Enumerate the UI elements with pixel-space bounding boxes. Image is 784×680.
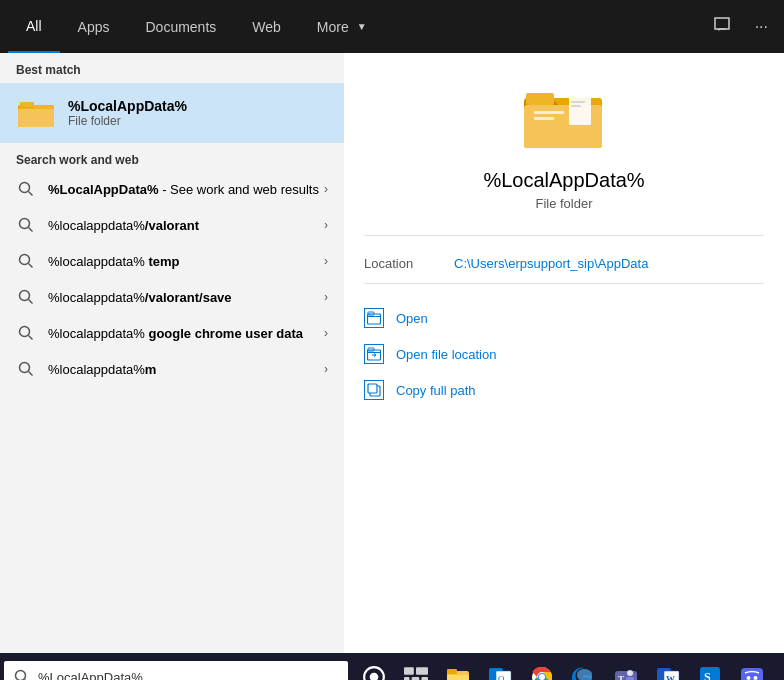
search-result-item[interactable]: %localappdata%m › <box>0 351 344 387</box>
search-item-text: %localappdata%m <box>48 362 324 377</box>
svg-point-60 <box>754 676 758 680</box>
tab-documents[interactable]: Documents <box>127 0 234 53</box>
svg-line-7 <box>29 228 33 232</box>
file-explorer-icon <box>446 665 470 680</box>
location-label: Location <box>364 256 454 271</box>
tab-web[interactable]: Web <box>234 0 299 53</box>
taskbar-store-button[interactable]: S <box>690 653 730 680</box>
cortana-icon <box>362 665 386 680</box>
open-file-location-action[interactable]: Open file location <box>364 336 764 372</box>
chevron-right-icon: › <box>324 290 328 304</box>
tab-web-label: Web <box>252 19 281 35</box>
location-value[interactable]: C:\Users\erpsupport_sip\AppData <box>454 256 648 271</box>
search-item-text: %localappdata%/valorant/save <box>48 290 324 305</box>
taskbar-chrome-button[interactable] <box>522 653 562 680</box>
svg-rect-29 <box>368 384 377 393</box>
svg-rect-2 <box>18 109 54 127</box>
svg-point-12 <box>20 327 30 337</box>
svg-point-47 <box>539 674 545 680</box>
search-magnifier-icon <box>16 287 36 307</box>
search-work-web-label: Search work and web <box>0 143 344 171</box>
more-options-button[interactable]: ··· <box>747 14 776 40</box>
svg-point-6 <box>20 219 30 229</box>
taskbar-teams-button[interactable]: T <box>606 653 646 680</box>
open-action[interactable]: Open <box>364 300 764 336</box>
taskbar-word-button[interactable]: W <box>648 653 688 680</box>
folder-icon-large <box>524 83 604 153</box>
search-result-item[interactable]: %localappdata%/valorant/save › <box>0 279 344 315</box>
copy-full-path-label: Copy full path <box>396 383 476 398</box>
open-folder-icon <box>364 308 384 328</box>
search-result-item[interactable]: %localappdata% temp › <box>0 243 344 279</box>
taskbar-file-explorer-button[interactable] <box>438 653 478 680</box>
svg-line-11 <box>29 300 33 304</box>
divider <box>364 235 764 236</box>
search-item-text: %LocalAppData% - See work and web result… <box>48 182 324 197</box>
teams-icon: T <box>614 665 638 680</box>
taskbar-discord-button[interactable] <box>732 653 772 680</box>
tab-all[interactable]: All <box>8 0 60 53</box>
copy-icon <box>364 380 384 400</box>
taskbar-edge-button[interactable] <box>564 653 604 680</box>
chevron-right-icon: › <box>324 182 328 196</box>
chevron-right-icon: › <box>324 326 328 340</box>
open-file-location-label: Open file location <box>396 347 496 362</box>
tab-all-label: All <box>26 18 42 34</box>
svg-rect-19 <box>534 111 564 114</box>
main-container: Best match %LocalAppData% File folder Se… <box>0 53 784 653</box>
tab-apps[interactable]: Apps <box>60 0 128 53</box>
tab-apps-label: Apps <box>78 19 110 35</box>
open-action-label: Open <box>396 311 428 326</box>
taskbar-cortana-button[interactable] <box>354 653 394 680</box>
svg-rect-3 <box>20 102 34 107</box>
taskbar-outlook-button[interactable]: O <box>480 653 520 680</box>
result-subtitle: File folder <box>535 196 592 211</box>
svg-text:W: W <box>666 674 675 680</box>
search-magnifier-icon <box>16 179 36 199</box>
left-panel: Best match %LocalAppData% File folder Se… <box>0 53 344 653</box>
best-match-label: Best match <box>0 53 344 83</box>
svg-text:T: T <box>618 674 624 680</box>
svg-rect-40 <box>447 675 469 680</box>
word-icon: W <box>656 665 680 680</box>
search-result-item[interactable]: %localappdata% google chrome user data › <box>0 315 344 351</box>
search-result-item[interactable]: %localappdata%/valorant › <box>0 207 344 243</box>
svg-rect-22 <box>571 101 585 103</box>
chrome-icon <box>530 665 554 680</box>
svg-rect-17 <box>526 93 554 105</box>
search-magnifier-icon <box>16 359 36 379</box>
taskbar-search-icon <box>14 669 30 680</box>
location-row: Location C:\Users\erpsupport_sip\AppData <box>364 252 764 283</box>
chevron-down-icon: ▼ <box>357 21 367 32</box>
tab-more[interactable]: More ▼ <box>299 0 385 53</box>
copy-path-action[interactable]: Copy full path <box>364 372 764 408</box>
chat-icon-button[interactable] <box>705 12 739 42</box>
tab-more-label: More <box>317 19 349 35</box>
search-item-text: %localappdata% google chrome user data <box>48 326 324 341</box>
nav-right-icons: ··· <box>705 12 776 42</box>
top-nav: All Apps Documents Web More ▼ ··· <box>0 0 784 53</box>
svg-point-8 <box>20 255 30 265</box>
taskbar-icons: O T <box>354 653 772 680</box>
svg-point-33 <box>370 673 379 680</box>
taskbar-search-box[interactable]: %LocalAppData% <box>4 661 348 680</box>
best-match-subtitle: File folder <box>68 114 187 128</box>
search-item-text: %localappdata% temp <box>48 254 324 269</box>
task-view-icon <box>404 665 428 680</box>
taskbar-task-view-button[interactable] <box>396 653 436 680</box>
svg-point-10 <box>20 291 30 301</box>
discord-icon <box>740 665 764 680</box>
outlook-icon: O <box>488 665 512 680</box>
edge-icon <box>572 665 596 680</box>
search-magnifier-icon <box>16 215 36 235</box>
svg-point-30 <box>16 671 26 681</box>
svg-point-14 <box>20 363 30 373</box>
search-result-item[interactable]: %LocalAppData% - See work and web result… <box>0 171 344 207</box>
svg-line-13 <box>29 336 33 340</box>
right-panel: %LocalAppData% File folder Location C:\U… <box>344 53 784 653</box>
best-match-item[interactable]: %LocalAppData% File folder <box>0 83 344 143</box>
svg-point-50 <box>627 670 633 676</box>
svg-rect-20 <box>534 117 554 120</box>
result-title: %LocalAppData% <box>483 169 644 192</box>
chevron-right-icon: › <box>324 254 328 268</box>
